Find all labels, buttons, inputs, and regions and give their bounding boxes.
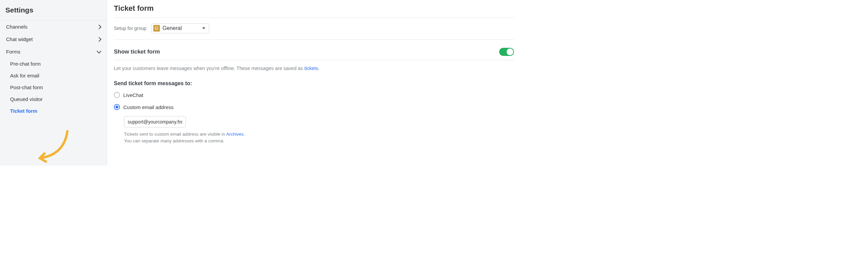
radio-custom-email[interactable]: Custom email address — [114, 104, 514, 110]
chevron-right-icon — [97, 24, 101, 29]
hint-suffix: . — [244, 132, 245, 137]
sidebar-sub-ask-for-email[interactable]: Ask for email — [0, 70, 107, 81]
sidebar-item-label: Forms — [6, 49, 21, 55]
toggle-knob — [506, 48, 513, 55]
caret-down-icon — [202, 28, 206, 29]
sidebar-sub-pre-chat-form[interactable]: Pre-chat form — [0, 58, 107, 70]
sidebar-item-forms[interactable]: Forms — [0, 45, 107, 58]
radio-icon — [114, 92, 120, 98]
sidebar-item-label: Channels — [6, 24, 27, 30]
show-ticket-form-title: Show ticket form — [114, 48, 160, 55]
help-suffix: . — [318, 66, 320, 71]
show-ticket-form-help: Let your customers leave messages when y… — [114, 60, 514, 80]
show-ticket-form-toggle[interactable] — [499, 48, 514, 56]
archives-link[interactable]: Archives — [226, 132, 244, 137]
hint-prefix: Tickets sent to custom email address are… — [124, 132, 226, 137]
main-panel: Ticket form Setup for group G General Sh… — [107, 0, 521, 166]
group-value: General — [163, 25, 182, 31]
custom-email-input[interactable] — [124, 116, 186, 128]
annotation-arrow-icon — [34, 128, 74, 165]
sidebar-item-channels[interactable]: Channels — [0, 21, 107, 33]
custom-email-hint: Tickets sent to custom email address are… — [124, 131, 514, 145]
help-prefix: Let your customers leave messages when y… — [114, 66, 305, 71]
send-messages-title: Send ticket form messages to: — [114, 80, 514, 87]
sidebar-sub-queued-visitor[interactable]: Queued visitor — [0, 93, 107, 105]
radio-label: LiveChat — [123, 92, 143, 98]
sidebar-title: Settings — [0, 3, 107, 21]
settings-sidebar: Settings Channels Chat widget Forms Pre-… — [0, 0, 107, 166]
setup-group-label: Setup for group — [114, 26, 147, 31]
tickets-link[interactable]: tickets — [305, 66, 318, 71]
chevron-down-icon — [97, 49, 101, 54]
page-title: Ticket form — [114, 4, 514, 18]
setup-group-row: Setup for group G General — [114, 18, 514, 40]
sidebar-sub-ticket-form[interactable]: Ticket form — [0, 105, 107, 117]
radio-icon — [114, 104, 120, 110]
sidebar-sub-post-chat-form[interactable]: Post-chat form — [0, 81, 107, 93]
show-ticket-form-header: Show ticket form — [114, 48, 514, 60]
group-badge: G — [153, 25, 160, 32]
radio-label: Custom email address — [123, 104, 174, 110]
sidebar-item-chat-widget[interactable]: Chat widget — [0, 33, 107, 45]
chevron-right-icon — [97, 37, 101, 41]
hint-line2: You can separate many addresses with a c… — [124, 138, 224, 143]
radio-livechat[interactable]: LiveChat — [114, 92, 514, 98]
sidebar-item-label: Chat widget — [6, 36, 33, 42]
group-select[interactable]: G General — [151, 23, 209, 33]
